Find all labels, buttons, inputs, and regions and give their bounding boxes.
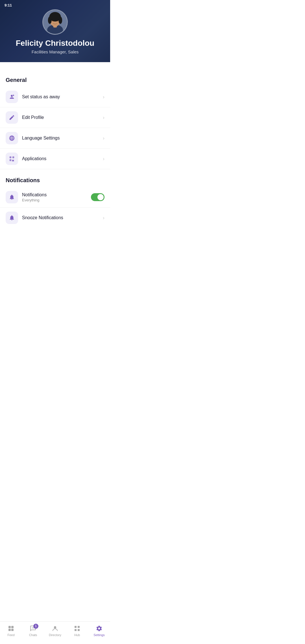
notifications-sub: Everything	[22, 198, 91, 202]
user-name: Felicity Christodolou	[16, 39, 94, 48]
edit-profile-icon-wrap	[6, 111, 18, 124]
notifications-section-header: Notifications	[0, 177, 110, 184]
notifications-icon-wrap	[6, 191, 18, 203]
snooze-label: Snooze Notifications	[22, 215, 103, 220]
language-icon-wrap	[6, 132, 18, 144]
avatar	[42, 9, 68, 35]
edit-profile-item[interactable]: Edit Profile ›	[0, 107, 110, 128]
svg-point-13	[58, 16, 62, 24]
svg-point-12	[48, 16, 52, 24]
notifications-toggle[interactable]	[91, 193, 104, 201]
notifications-label: Notifications	[22, 192, 91, 197]
notifications-label-wrap: Notifications Everything	[22, 192, 91, 202]
notifications-item[interactable]: Notifications Everything	[0, 187, 110, 208]
user-title: Facilities Manager, Sales	[32, 49, 79, 54]
language-settings-label: Language Settings	[22, 136, 103, 141]
svg-point-14	[52, 20, 54, 21]
language-settings-item[interactable]: Language Settings ›	[0, 128, 110, 149]
status-time: 9:11	[5, 3, 12, 7]
svg-rect-24	[12, 156, 14, 158]
general-section-header: General	[0, 77, 110, 83]
chevron-icon: ›	[103, 215, 104, 221]
set-status-item[interactable]: Set status as away ›	[0, 87, 110, 107]
set-status-label: Set status as away	[22, 94, 103, 99]
chevron-icon: ›	[103, 135, 104, 141]
status-icon-wrap	[6, 91, 18, 103]
chevron-icon: ›	[103, 94, 104, 100]
snooze-icon-wrap: z	[6, 212, 18, 224]
chevron-icon: ›	[103, 115, 104, 121]
svg-text:z: z	[11, 217, 12, 220]
status-bar: 9:11	[0, 0, 110, 10]
svg-point-15	[56, 20, 58, 21]
applications-label: Applications	[22, 156, 103, 161]
applications-icon-wrap	[6, 153, 18, 165]
snooze-notifications-item[interactable]: z Snooze Notifications ›	[0, 208, 110, 228]
svg-rect-25	[10, 159, 11, 161]
edit-profile-label: Edit Profile	[22, 115, 103, 120]
svg-rect-23	[10, 156, 11, 158]
applications-item[interactable]: Applications ›	[0, 149, 110, 169]
chevron-icon: ›	[103, 156, 104, 162]
main-content: General Set status as away › Edit Profil…	[0, 62, 110, 253]
